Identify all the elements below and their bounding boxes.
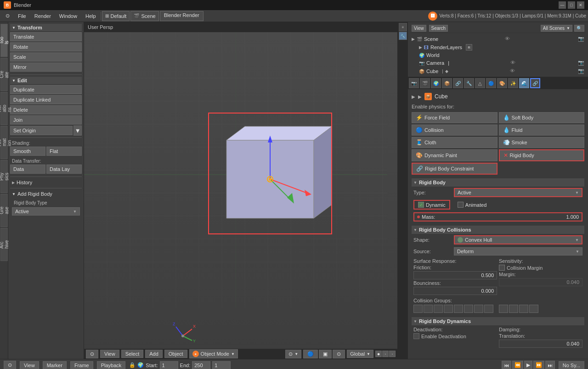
prop-tab-rb[interactable]: 🔗 <box>530 78 540 88</box>
render-icon-cube[interactable]: 📷 <box>578 68 584 74</box>
force-field-btn[interactable]: ⚡ Force Field <box>412 112 498 123</box>
animated-check[interactable]: Animated <box>458 202 486 208</box>
global-selector[interactable]: Global <box>347 350 373 358</box>
layer-2[interactable]: · <box>382 351 389 357</box>
prop-tab-particles[interactable]: ✨ <box>508 78 518 88</box>
rp-tab-properties[interactable]: 🔧 <box>399 32 407 40</box>
render-engine-selector[interactable]: Blender Render <box>160 11 204 21</box>
step-back-btn[interactable]: ⏪ <box>512 361 523 369</box>
render-menu[interactable]: Render <box>31 11 55 21</box>
file-menu[interactable]: File <box>14 11 30 21</box>
collisions-header[interactable]: Rigid Body Collisions <box>412 226 584 234</box>
duplicate-linked-button[interactable]: Duplicate Linked <box>10 95 82 104</box>
bottom-marker-btn[interactable]: Marker <box>43 361 67 369</box>
maximize-button[interactable]: □ <box>568 1 575 9</box>
group-8[interactable] <box>484 305 493 313</box>
search-input-btn[interactable]: 🔍 <box>574 25 584 32</box>
help-menu[interactable]: Help <box>82 11 100 21</box>
scene-selector[interactable]: 🎬 Scene <box>130 11 158 21</box>
rigid-body-type-dropdown[interactable]: Active ▼ <box>12 207 80 216</box>
frame-start-input[interactable] <box>160 361 178 369</box>
no-sync-btn[interactable]: No Sy... <box>559 361 584 369</box>
set-origin-button[interactable]: Set Origin <box>10 126 73 135</box>
scale-button[interactable]: Scale <box>10 52 82 62</box>
sidebar-tab-archive[interactable]: Archive <box>0 228 8 261</box>
join-button[interactable]: Join <box>10 115 82 125</box>
sidebar-tab-tools[interactable]: Tools <box>0 24 8 57</box>
editor-type-button[interactable]: ⊙ <box>2 11 13 21</box>
layer-1[interactable]: ● <box>375 351 382 357</box>
delete-button[interactable]: Delete <box>10 105 82 114</box>
translation-field[interactable]: 0.040 <box>499 340 582 348</box>
source-dropdown[interactable]: Deform <box>454 247 582 255</box>
sidebar-tab-create[interactable]: Create <box>0 58 8 91</box>
play-btn[interactable]: ▶ <box>524 361 532 369</box>
prop-tab-material[interactable]: 🔵 <box>486 78 496 88</box>
select-menu-btn[interactable]: Select <box>121 350 144 358</box>
sidebar-tab-animation[interactable]: Animation <box>0 126 8 159</box>
render-icon-camera[interactable]: 📷 <box>578 60 584 66</box>
rp-tab-outliner[interactable]: ≡ <box>399 23 407 31</box>
group-11[interactable] <box>519 305 528 313</box>
snap-type[interactable]: ▣ <box>319 350 332 358</box>
frame-end-input[interactable] <box>192 361 210 369</box>
object-menu-btn[interactable]: Object <box>164 350 187 358</box>
bottom-playback-btn[interactable]: Playback <box>97 361 126 369</box>
animated-checkbox[interactable] <box>458 202 464 208</box>
group-4[interactable] <box>444 305 453 313</box>
proportional-edit[interactable]: ⊙ <box>333 350 345 358</box>
scene-search-btn[interactable]: Search <box>429 25 448 32</box>
rigid-body-btn[interactable]: ✕ Rigid Body <box>499 149 585 161</box>
cloth-btn[interactable]: 🧵 Cloth <box>412 137 498 148</box>
enable-deactivation-checkbox[interactable] <box>413 333 419 339</box>
flat-button[interactable]: Flat <box>46 147 82 156</box>
mass-field[interactable]: Mass: 1.000 <box>413 212 582 221</box>
prop-tab-texture[interactable]: 🎨 <box>497 78 507 88</box>
viewport-canvas[interactable]: X Y Z (1) Cube ⊙ View Select Add Object … <box>84 32 397 359</box>
sidebar-tab-grease[interactable]: Grease <box>0 194 8 227</box>
bottom-editor-type[interactable]: ⊙ <box>4 361 16 369</box>
jump-end-btn[interactable]: ⏭ <box>545 361 555 369</box>
add-menu-btn[interactable]: Add <box>145 350 163 358</box>
enable-deactivation-check[interactable]: Enable Deactivation <box>413 333 497 339</box>
prop-tab-world[interactable]: 🌍 <box>431 78 441 88</box>
scene-view-btn[interactable]: View <box>412 25 426 32</box>
prop-tab-data[interactable]: △ <box>475 78 485 88</box>
prop-tab-constraints[interactable]: 🔗 <box>453 78 463 88</box>
bounciness-field[interactable]: 0.000 <box>413 287 497 295</box>
soft-body-btn[interactable]: 💧 Soft Body <box>499 112 585 123</box>
group-2[interactable] <box>424 305 433 313</box>
close-button[interactable]: ✕ <box>577 1 584 9</box>
tree-item-scene[interactable]: ▶ 🎬 Scene 👁 📷 <box>410 35 586 43</box>
jump-start-btn[interactable]: ⏮ <box>502 361 511 369</box>
bottom-view-btn[interactable]: View <box>20 361 39 369</box>
set-origin-dropdown[interactable]: ▼ <box>74 125 82 136</box>
prop-tab-physics[interactable]: 🌊 <box>519 78 529 88</box>
group-3[interactable] <box>434 305 443 313</box>
mirror-button[interactable]: Mirror <box>10 62 82 72</box>
rotate-button[interactable]: Rotate <box>10 42 82 51</box>
shape-dropdown[interactable]: Convex Hull <box>454 235 582 244</box>
prop-tab-object[interactable]: 📦 <box>442 78 452 88</box>
viewport-editor-type[interactable]: ⊙ <box>86 350 98 358</box>
eye-icon-scene[interactable]: 👁 <box>505 36 511 42</box>
margin-field[interactable]: 0.040 <box>499 278 582 286</box>
dynamics-header[interactable]: Rigid Body Dynamics <box>412 317 584 325</box>
eye-icon-camera[interactable]: 👁 <box>510 60 517 66</box>
sidebar-tab-relations[interactable]: Relations <box>0 92 8 125</box>
all-scenes-dropdown[interactable]: All Scenes <box>541 25 572 32</box>
render-icon-scene[interactable]: 📷 <box>578 36 584 42</box>
bottom-frame-btn[interactable]: Frame <box>70 361 93 369</box>
smoke-btn[interactable]: 💨 Smoke <box>499 137 585 148</box>
translate-button[interactable]: Translate <box>10 32 82 41</box>
view-menu-btn[interactable]: View <box>100 350 119 358</box>
add-rigid-body-header[interactable]: Add Rigid Body <box>10 190 82 198</box>
step-forward-btn[interactable]: ⏩ <box>533 361 544 369</box>
fluid-btn[interactable]: 💧 Fluid <box>499 125 585 136</box>
tree-item-renderlayers[interactable]: ▶ 🎞 RenderLayers R <box>417 43 586 51</box>
group-7[interactable] <box>474 305 483 313</box>
group-12[interactable] <box>529 305 538 313</box>
dynamic-paint-btn[interactable]: 🎨 Dynamic Paint <box>412 149 498 161</box>
mode-selector[interactable]: ● Object Mode <box>189 349 238 358</box>
group-6[interactable] <box>464 305 473 313</box>
